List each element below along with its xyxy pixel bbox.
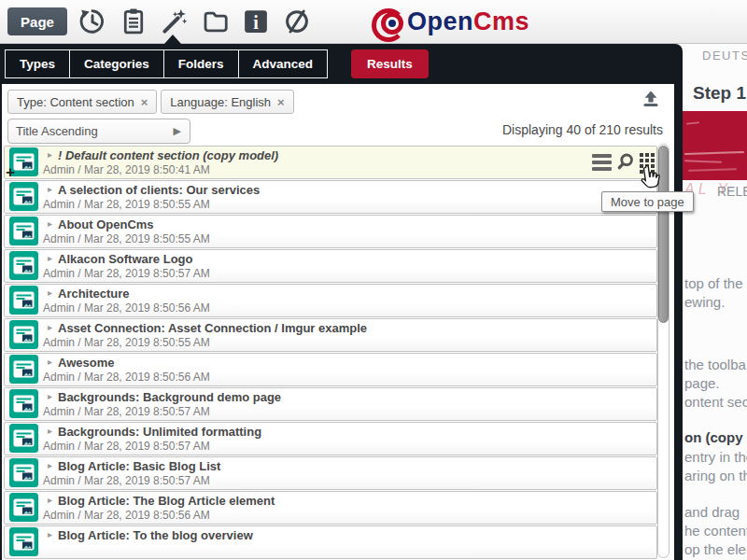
- background-text-fragment: he content: [684, 523, 747, 539]
- expand-caret-icon[interactable]: ▸: [48, 184, 52, 194]
- background-text-fragment: ewing.: [684, 294, 725, 310]
- expand-caret-icon[interactable]: ▸: [48, 460, 52, 470]
- dialog-caret-icon: [164, 35, 181, 44]
- gallery-dialog-body: Type: Content section × Language: Englis…: [2, 84, 674, 560]
- result-title: ! Default content section (copy model): [58, 148, 278, 162]
- result-title: Backgrounds: Background demo page: [58, 390, 281, 404]
- clipboard-icon[interactable]: [120, 7, 148, 35]
- result-row[interactable]: ▸ Asset Connection: Asset Connection / I…: [4, 318, 657, 352]
- result-row[interactable]: ▸ Blog Article: To the blog overview: [4, 525, 657, 559]
- result-meta: Admin / Mar 28, 2019 8:50:56 AM: [43, 509, 210, 522]
- page-button[interactable]: Page: [7, 7, 67, 35]
- remove-filter-icon[interactable]: ×: [277, 95, 285, 109]
- result-title: A selection of clients: Our services: [58, 183, 260, 197]
- sort-select[interactable]: Title Ascending ▶: [7, 119, 190, 144]
- background-text-fragment: op the eler: [684, 541, 747, 557]
- content-section-icon: [9, 527, 38, 556]
- result-title: About OpenCms: [58, 217, 154, 231]
- background-banner-image: [683, 111, 747, 180]
- expand-caret-icon[interactable]: ▸: [48, 426, 52, 436]
- content-section-icon: [9, 389, 38, 418]
- background-text-fragment: the toolba: [684, 357, 746, 372]
- background-text-fragment: aring on th: [684, 468, 747, 483]
- content-section-icon: [9, 493, 38, 522]
- history-icon[interactable]: [78, 7, 106, 35]
- info-icon[interactable]: i: [242, 7, 270, 35]
- context-menu-icon[interactable]: [592, 152, 612, 171]
- content-section-icon: +: [9, 147, 38, 176]
- result-row[interactable]: + ▸ ! Default content section (copy mode…: [4, 146, 657, 179]
- magic-wand-icon[interactable]: [161, 7, 189, 35]
- background-text-fragment: top of the: [684, 275, 743, 291]
- tab-categories[interactable]: Categories: [69, 49, 164, 78]
- copy-model-plus-icon: +: [6, 163, 15, 182]
- results-list: + ▸ ! Default content section (copy mode…: [4, 146, 657, 560]
- result-title: Blog Article: The Blog Article element: [58, 494, 275, 508]
- result-title: Architecture: [58, 287, 130, 301]
- result-title: Awesome: [58, 356, 114, 370]
- result-meta: Admin / Mar 28, 2019 8:50:41 AM: [43, 163, 210, 176]
- content-section-icon: [9, 251, 38, 280]
- expand-caret-icon[interactable]: ▸: [48, 253, 52, 263]
- expand-caret-icon[interactable]: ▸: [48, 322, 52, 332]
- opencms-logo-icon: [372, 7, 407, 36]
- tab-types[interactable]: Types: [5, 49, 70, 78]
- result-meta: Admin / Mar 28, 2019 8:50:57 AM: [43, 405, 210, 418]
- folder-icon[interactable]: [202, 7, 230, 35]
- result-row[interactable]: ▸ Architecture Admin / Mar 28, 2019 8:50…: [4, 284, 657, 317]
- result-meta: Admin / Mar 28, 2019 8:50:57 AM: [43, 440, 210, 453]
- filter-chip-language: Language: English ×: [161, 90, 293, 114]
- sort-arrow-icon: ▶: [174, 125, 181, 137]
- tab-results[interactable]: Results: [351, 49, 429, 78]
- background-text-fragment: on (copy m: [684, 429, 747, 445]
- result-row[interactable]: ▸ Blog Article: The Blog Article element…: [4, 491, 657, 525]
- result-row[interactable]: ▸ About OpenCms Admin / Mar 28, 2019 8:5…: [4, 215, 657, 248]
- result-meta: Admin / Mar 28, 2019 8:50:55 AM: [43, 198, 210, 211]
- expand-caret-icon[interactable]: ▸: [48, 391, 52, 401]
- opencms-logo: OpenCms: [372, 7, 529, 36]
- preview-icon[interactable]: [616, 152, 635, 175]
- tab-folders[interactable]: Folders: [163, 49, 239, 78]
- result-row[interactable]: ▸ Backgrounds: Background demo page Admi…: [4, 387, 657, 421]
- tab-advanced[interactable]: Advanced: [238, 49, 329, 78]
- filter-chips: Type: Content section × Language: Englis…: [7, 90, 294, 114]
- background-text-fragment: page.: [684, 375, 720, 391]
- remove-filter-icon[interactable]: ×: [141, 95, 148, 109]
- content-section-icon: [9, 355, 38, 384]
- result-meta: Admin / Mar 28, 2019 8:50:56 AM: [43, 371, 210, 384]
- result-meta: Admin / Mar 28, 2019 8:50:55 AM: [43, 336, 210, 349]
- filter-chip-type: Type: Content section ×: [7, 90, 157, 114]
- expand-caret-icon[interactable]: ▸: [48, 218, 52, 229]
- expand-caret-icon[interactable]: ▸: [48, 149, 52, 160]
- results-summary: Displaying 40 of 210 results: [502, 122, 663, 137]
- gallery-tabbar: Types Categories Folders Advanced Result…: [0, 44, 683, 84]
- result-row[interactable]: ▸ Awesome Admin / Mar 28, 2019 8:50:56 A…: [4, 353, 657, 386]
- background-text-fragment: entry in the: [684, 449, 747, 465]
- content-section-icon: [9, 424, 38, 453]
- hand-cursor-icon: [636, 162, 665, 197]
- expand-caret-icon[interactable]: ▸: [48, 495, 52, 505]
- content-section-icon: [9, 320, 38, 349]
- result-meta: Admin / Mar 28, 2019 8:50:57 AM: [43, 267, 210, 280]
- result-row[interactable]: ▸ Alkacon Software Logo Admin / Mar 28, …: [4, 249, 657, 283]
- expand-caret-icon[interactable]: ▸: [48, 357, 52, 367]
- background-page: DEUTSC Step 1: AL Y RELE top of theewing…: [683, 44, 747, 560]
- expand-caret-icon[interactable]: ▸: [48, 529, 52, 539]
- background-release-text: RELE: [717, 184, 747, 199]
- result-row[interactable]: ▸ A selection of clients: Our services A…: [4, 180, 657, 214]
- publish-icon[interactable]: [283, 7, 311, 35]
- result-row[interactable]: ▸ Backgrounds: Unlimited formatting Admi…: [4, 422, 657, 455]
- result-title: Blog Article: To the blog overview: [58, 528, 253, 542]
- result-row[interactable]: ▸ Blog Article: Basic Blog List Admin / …: [4, 456, 657, 490]
- result-title: Backgrounds: Unlimited formatting: [58, 425, 261, 439]
- content-section-icon: [9, 458, 38, 487]
- top-toolbar: Page i: [0, 0, 747, 44]
- expand-caret-icon[interactable]: ▸: [48, 287, 52, 298]
- background-text-fragment: ontent sect: [684, 394, 747, 410]
- background-heading: Step 1:: [693, 83, 747, 104]
- content-section-icon: [9, 182, 38, 211]
- gallery-dialog: Types Categories Folders Advanced Result…: [0, 44, 683, 560]
- result-title: Asset Connection: Asset Connection / Img…: [58, 321, 367, 335]
- upload-icon[interactable]: [641, 89, 661, 109]
- background-text-fragment: and drag: [684, 504, 740, 520]
